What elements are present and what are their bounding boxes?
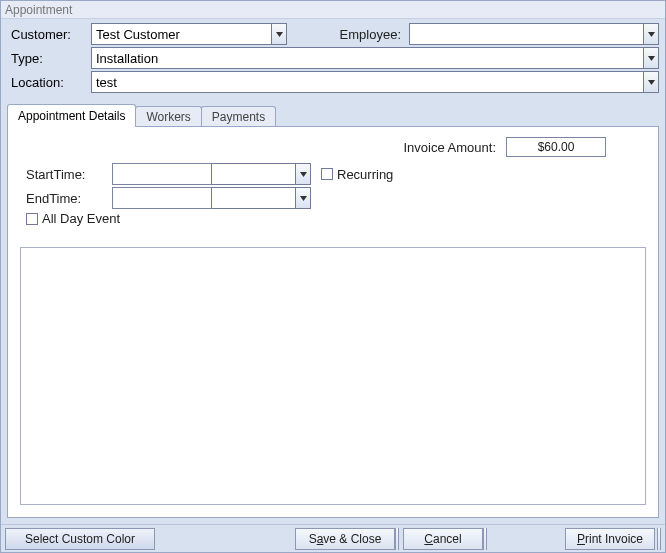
location-combo[interactable] [91,71,659,93]
endtime-date-input[interactable] [112,187,212,209]
customer-input[interactable] [91,23,271,45]
notes-textarea[interactable] [20,247,646,505]
chevron-down-icon[interactable] [295,163,311,185]
tab-payments[interactable]: Payments [201,106,276,127]
tab-workers[interactable]: Workers [135,106,201,127]
location-input[interactable] [91,71,643,93]
save-and-close-button[interactable]: Save & Close [295,528,395,550]
starttime-label: StartTime: [20,167,112,182]
type-combo[interactable] [91,47,659,69]
recurring-label: Recurring [337,167,393,182]
cancel-button[interactable]: Cancel [403,528,483,550]
starttime-time-input[interactable] [211,163,295,185]
customer-combo[interactable] [91,23,287,45]
chevron-down-icon[interactable] [271,23,287,45]
footer: Select Custom Color Save & Close Cancel … [1,524,665,552]
select-custom-color-button[interactable]: Select Custom Color [5,528,155,550]
employee-combo[interactable] [409,23,659,45]
tab-body: Invoice Amount: $60.00 StartTime: Recurr… [7,126,659,518]
print-invoice-button[interactable]: Print Invoice [565,528,655,550]
invoice-amount-value: $60.00 [506,137,606,157]
type-label: Type: [7,49,91,68]
type-input[interactable] [91,47,643,69]
tabstrip: Appointment Details Workers Payments [7,103,659,127]
allday-checkbox[interactable] [26,213,38,225]
starttime-date-input[interactable] [112,163,212,185]
appointment-window: Appointment Customer: Employee: Type: Lo… [0,0,666,553]
employee-label: Employee: [329,27,409,42]
endtime-time-combo[interactable] [211,187,311,209]
chevron-down-icon[interactable] [643,23,659,45]
tabs-region: Appointment Details Workers Payments Inv… [1,103,665,524]
chevron-down-icon[interactable] [643,47,659,69]
employee-input[interactable] [409,23,643,45]
window-title: Appointment [1,1,665,19]
location-label: Location: [7,73,91,92]
recurring-checkbox[interactable] [321,168,333,180]
tab-appointment-details[interactable]: Appointment Details [7,104,136,127]
allday-label: All Day Event [42,211,120,226]
endtime-time-input[interactable] [211,187,295,209]
starttime-time-combo[interactable] [211,163,311,185]
endtime-label: EndTime: [20,191,112,206]
invoice-amount-label: Invoice Amount: [404,140,497,155]
chevron-down-icon[interactable] [643,71,659,93]
chevron-down-icon[interactable] [295,187,311,209]
customer-label: Customer: [7,25,91,44]
header-form: Customer: Employee: Type: Location: [1,19,665,103]
